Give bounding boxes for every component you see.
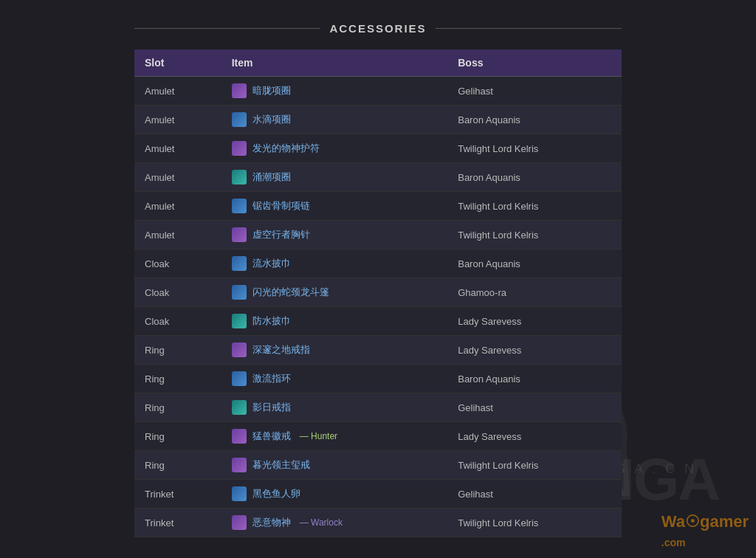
w9g-watermark: Wa☉gamer.com <box>662 512 749 551</box>
item-name[interactable]: 深邃之地戒指 <box>252 343 310 356</box>
item-icon <box>232 112 247 127</box>
table-header-row: Slot Item Boss <box>134 49 622 77</box>
item-icon <box>232 342 247 357</box>
table-row: Ring深邃之地戒指Lady Sarevess <box>134 336 622 365</box>
cell-slot: Ring <box>134 336 221 365</box>
cell-item[interactable]: 流水披巾 <box>221 249 447 278</box>
item-name[interactable]: 恶意物神 <box>252 516 291 529</box>
cell-item[interactable]: 恶意物神— Warlock <box>221 509 447 537</box>
table-body: Amulet暗胧项圈GelihastAmulet水滴项圈Baron Aquani… <box>134 77 622 537</box>
item-name[interactable]: 猛兽徽戒 <box>252 430 291 443</box>
table-row: Trinket黑色鱼人卵Gelihast <box>134 480 622 509</box>
item-name[interactable]: 涌潮项圈 <box>252 170 291 184</box>
table-row: Amulet水滴项圈Baron Aquanis <box>134 106 622 134</box>
item-cell-inner: 影日戒指 <box>232 400 437 415</box>
section-title: ACCESSORIES <box>329 22 426 35</box>
table-row: Amulet涌潮项圈Baron Aquanis <box>134 163 622 192</box>
cell-item[interactable]: 水滴项圈 <box>221 106 447 134</box>
table-row: Amulet发光的物神护符Twilight Lord Kelris <box>134 134 622 163</box>
cell-item[interactable]: 黑色鱼人卵 <box>221 480 447 509</box>
cell-boss: Twilight Lord Kelris <box>447 509 622 537</box>
cell-item[interactable]: 锯齿骨制项链 <box>221 192 447 221</box>
item-icon <box>232 285 247 300</box>
item-cell-inner: 虚空行者胸针 <box>232 227 437 242</box>
table-row: Cloak防水披巾Lady Sarevess <box>134 307 622 336</box>
cell-slot: Cloak <box>134 307 221 336</box>
table-row: Amulet锯齿骨制项链Twilight Lord Kelris <box>134 192 622 221</box>
page-container: ACCESSORIES Slot Item Boss Amulet暗胧项圈Gel… <box>120 15 636 545</box>
title-line-left <box>134 28 320 29</box>
cell-slot: Amulet <box>134 106 221 134</box>
item-name[interactable]: 虚空行者胸针 <box>252 228 310 241</box>
item-icon <box>232 486 247 501</box>
item-icon <box>232 83 247 98</box>
cell-item[interactable]: 暗胧项圈 <box>221 77 447 106</box>
table-row: Trinket恶意物神— WarlockTwilight Lord Kelris <box>134 509 622 537</box>
cell-boss: Gelihast <box>447 480 622 509</box>
cell-slot: Trinket <box>134 480 221 509</box>
cell-boss: Twilight Lord Kelris <box>447 451 622 480</box>
cell-boss: Lady Sarevess <box>447 422 622 451</box>
cell-item[interactable]: 深邃之地戒指 <box>221 336 447 365</box>
cell-boss: Twilight Lord Kelris <box>447 192 622 221</box>
cell-item[interactable]: 暮光领主玺戒 <box>221 451 447 480</box>
item-name[interactable]: 流水披巾 <box>252 257 291 270</box>
item-icon <box>232 458 247 472</box>
item-cell-inner: 深邃之地戒指 <box>232 342 437 357</box>
cell-item[interactable]: 防水披巾 <box>221 307 447 336</box>
item-cell-inner: 水滴项圈 <box>232 112 437 127</box>
item-name[interactable]: 激流指环 <box>252 372 291 385</box>
cell-boss: Ghamoo-ra <box>447 278 622 307</box>
table-row: Ring暮光领主玺戒Twilight Lord Kelris <box>134 451 622 480</box>
item-cell-inner: 恶意物神— Warlock <box>232 515 437 530</box>
item-name[interactable]: 锯齿骨制项链 <box>252 199 310 213</box>
cell-slot: Cloak <box>134 249 221 278</box>
cell-boss: Gelihast <box>447 393 622 422</box>
table-row: Cloak流水披巾Baron Aquanis <box>134 249 622 278</box>
item-cell-inner: 涌潮项圈 <box>232 170 437 185</box>
item-name[interactable]: 发光的物神护符 <box>252 142 320 155</box>
item-name[interactable]: 暗胧项圈 <box>252 84 291 97</box>
table-row: Ring激流指环Baron Aquanis <box>134 365 622 393</box>
cell-item[interactable]: 影日戒指 <box>221 393 447 422</box>
item-icon <box>232 429 247 444</box>
col-boss: Boss <box>447 49 622 77</box>
item-icon <box>232 314 247 328</box>
cell-boss: Gelihast <box>447 77 622 106</box>
item-icon <box>232 141 247 156</box>
cell-item[interactable]: 发光的物神护符 <box>221 134 447 163</box>
table-row: Ring影日戒指Gelihast <box>134 393 622 422</box>
item-icon <box>232 515 247 530</box>
item-name[interactable]: 闪光的蛇颈龙斗篷 <box>252 286 329 299</box>
item-cell-inner: 闪光的蛇颈龙斗篷 <box>232 285 437 300</box>
item-icon <box>232 256 247 271</box>
cell-item[interactable]: 闪光的蛇颈龙斗篷 <box>221 278 447 307</box>
table-row: Amulet虚空行者胸针Twilight Lord Kelris <box>134 221 622 249</box>
cell-boss: Baron Aquanis <box>447 249 622 278</box>
cell-boss: Baron Aquanis <box>447 163 622 192</box>
item-cell-inner: 激流指环 <box>232 371 437 386</box>
table-row: Cloak闪光的蛇颈龙斗篷Ghamoo-ra <box>134 278 622 307</box>
item-icon <box>232 227 247 242</box>
item-cell-inner: 流水披巾 <box>232 256 437 271</box>
table-row: Ring猛兽徽戒— HunterLady Sarevess <box>134 422 622 451</box>
item-icon <box>232 199 247 213</box>
item-name[interactable]: 水滴项圈 <box>252 113 291 126</box>
cell-item[interactable]: 猛兽徽戒— Hunter <box>221 422 447 451</box>
item-name[interactable]: 黑色鱼人卵 <box>252 487 300 500</box>
cell-slot: Trinket <box>134 509 221 537</box>
cell-item[interactable]: 激流指环 <box>221 365 447 393</box>
col-item: Item <box>221 49 447 77</box>
item-cell-inner: 猛兽徽戒— Hunter <box>232 429 437 444</box>
item-cell-inner: 锯齿骨制项链 <box>232 199 437 213</box>
section-title-wrapper: ACCESSORIES <box>134 22 622 35</box>
item-name[interactable]: 暮光领主玺戒 <box>252 458 310 472</box>
item-cell-inner: 发光的物神护符 <box>232 141 437 156</box>
item-name[interactable]: 影日戒指 <box>252 401 291 414</box>
cell-item[interactable]: 涌潮项圈 <box>221 163 447 192</box>
cell-slot: Amulet <box>134 134 221 163</box>
cell-item[interactable]: 虚空行者胸针 <box>221 221 447 249</box>
table-header: Slot Item Boss <box>134 49 622 77</box>
cell-slot: Ring <box>134 422 221 451</box>
item-name[interactable]: 防水披巾 <box>252 314 291 328</box>
